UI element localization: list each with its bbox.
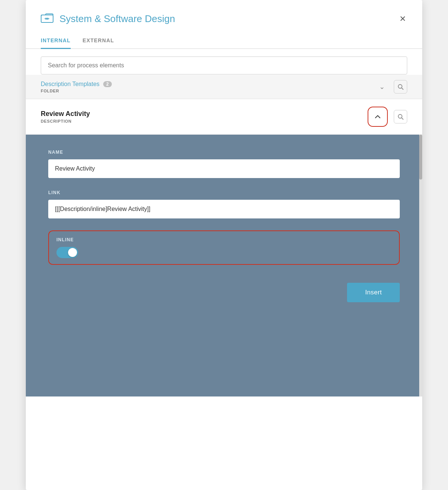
folder-name[interactable]: Description Templates bbox=[41, 81, 99, 88]
modal-title: System & Software Design bbox=[59, 13, 175, 25]
item-right bbox=[368, 107, 407, 127]
folder-search-button[interactable] bbox=[394, 80, 407, 94]
name-label: NAME bbox=[48, 150, 400, 155]
toggle-thumb bbox=[68, 248, 77, 257]
svg-line-4 bbox=[402, 118, 403, 119]
item-left: Review Activity DESCRIPTION bbox=[41, 110, 90, 123]
search-section bbox=[26, 49, 422, 74]
folder-right: ⌄ bbox=[376, 80, 407, 94]
insert-row: Insert bbox=[48, 283, 400, 302]
link-label: LINK bbox=[48, 190, 400, 195]
folder-type: FOLDER bbox=[41, 89, 112, 93]
search-input[interactable] bbox=[41, 56, 407, 74]
folder-left: Description Templates 2 FOLDER bbox=[41, 81, 112, 93]
folder-row: Description Templates 2 FOLDER ⌄ bbox=[26, 75, 422, 99]
close-button[interactable]: × bbox=[398, 12, 407, 25]
folder-icon bbox=[41, 12, 53, 25]
link-field-group: LINK bbox=[48, 190, 400, 230]
svg-line-2 bbox=[402, 88, 403, 89]
item-type: DESCRIPTION bbox=[41, 119, 90, 123]
header-left: System & Software Design bbox=[41, 12, 175, 25]
scrollbar-thumb bbox=[419, 135, 422, 180]
scrollbar-track[interactable] bbox=[419, 135, 422, 396]
insert-button[interactable]: Insert bbox=[347, 283, 400, 302]
inline-label: INLINE bbox=[56, 237, 74, 242]
tabs-bar: INTERNAL EXTERNAL bbox=[26, 33, 422, 49]
folder-collapse-button[interactable]: ⌄ bbox=[376, 81, 388, 92]
tab-internal[interactable]: INTERNAL bbox=[41, 33, 71, 49]
item-row: Review Activity DESCRIPTION bbox=[26, 99, 422, 135]
item-name: Review Activity bbox=[41, 110, 90, 118]
link-input[interactable] bbox=[48, 200, 400, 218]
toggle-track bbox=[56, 247, 78, 258]
item-collapse-button[interactable] bbox=[368, 107, 388, 127]
modal-header: System & Software Design × bbox=[26, 0, 422, 33]
tab-external[interactable]: EXTERNAL bbox=[83, 33, 114, 49]
inline-toggle[interactable] bbox=[56, 247, 78, 258]
modal: System & Software Design × INTERNAL EXTE… bbox=[26, 0, 422, 490]
item-search-button[interactable] bbox=[394, 110, 407, 123]
detail-panel: NAME LINK INLINE Insert bbox=[26, 135, 422, 396]
name-field-group: NAME bbox=[48, 150, 400, 190]
name-input[interactable] bbox=[48, 159, 400, 178]
folder-info: Description Templates 2 FOLDER bbox=[41, 81, 112, 93]
inline-section: INLINE bbox=[48, 230, 400, 265]
folder-badge: 2 bbox=[103, 81, 112, 87]
